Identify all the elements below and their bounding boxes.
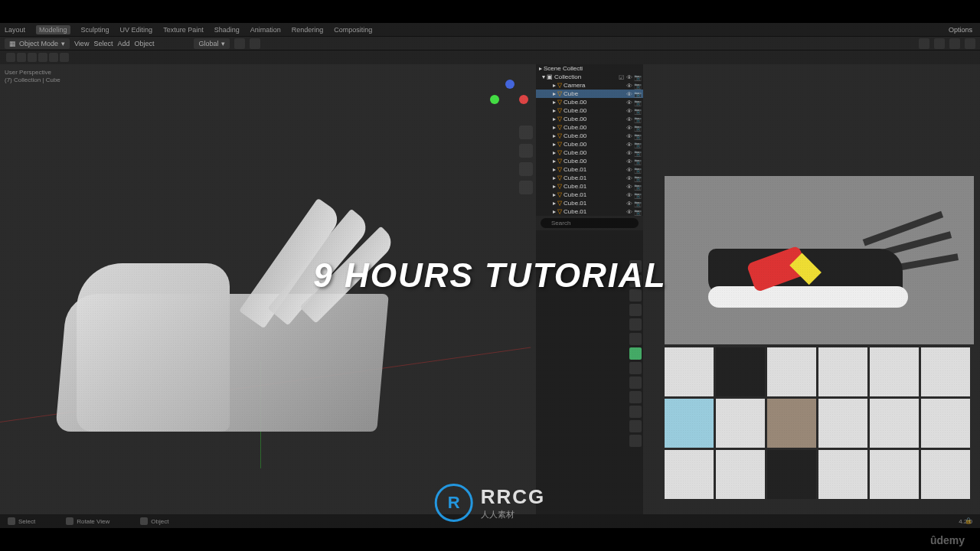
shading-icon[interactable] [965, 38, 975, 49]
scene-props-icon[interactable] [629, 304, 642, 316]
cam-icon[interactable]: 📷 [634, 192, 640, 198]
eye-icon[interactable]: 👁 [626, 108, 632, 114]
cam-icon[interactable]: 📷 [634, 99, 640, 106]
thumbnail[interactable] [921, 450, 970, 499]
eye-icon[interactable]: 👁 [626, 184, 632, 190]
pan-icon[interactable] [519, 144, 533, 158]
cam-icon[interactable]: 📷 [634, 175, 640, 181]
thumbnail[interactable] [818, 450, 867, 499]
outliner-item-row[interactable]: ▸▽Cube👁📷 [536, 90, 643, 98]
workspace-tab[interactable]: Modeling [36, 25, 70, 34]
3d-model[interactable] [61, 187, 459, 478]
eye-icon[interactable]: 👁 [626, 158, 632, 165]
camera-icon[interactable] [519, 162, 533, 176]
outliner-item-row[interactable]: ▸▽Cube.01👁📷 [536, 165, 643, 174]
menu-select[interactable]: Select [93, 40, 113, 47]
outliner-item-row[interactable]: ▸▽Cube.01👁📷 [536, 207, 643, 216]
tool-icon[interactable] [60, 53, 69, 62]
eye-icon[interactable]: 👁 [626, 99, 632, 106]
eye-icon[interactable]: 👁 [626, 83, 632, 89]
eye-icon[interactable]: 👁 [626, 133, 632, 139]
gizmo-y-axis[interactable] [490, 95, 499, 104]
workspace-tab[interactable]: Compositing [334, 26, 372, 34]
tool-icon[interactable] [6, 53, 15, 62]
menu-view[interactable]: View [74, 40, 89, 47]
material-props-icon[interactable] [629, 420, 642, 432]
eye-icon[interactable]: 👁 [626, 175, 632, 181]
eye-icon[interactable]: 👁 [626, 142, 632, 148]
orientation-dropdown[interactable]: Global ▾ [194, 38, 230, 49]
mode-dropdown[interactable]: ▦ Object Mode ▾ [5, 38, 70, 49]
eye-icon[interactable]: 👁 [626, 150, 632, 156]
shading-icon[interactable] [949, 38, 960, 49]
constraint-props-icon[interactable] [629, 391, 642, 403]
thumbnail[interactable] [665, 450, 714, 499]
outliner-item-row[interactable]: ▸▽Camera👁📷 [536, 81, 643, 90]
snap-icon[interactable] [234, 38, 245, 49]
cam-icon[interactable]: 📷 [634, 133, 640, 139]
outliner-item-row[interactable]: ▸▽Cube.00👁📷 [536, 157, 643, 165]
search-input[interactable] [541, 218, 639, 228]
texture-props-icon[interactable] [629, 435, 642, 447]
outliner-item-row[interactable]: ▸▽Cube.01👁📷 [536, 199, 643, 207]
outliner-item-row[interactable]: ▸▽Cube.00👁📷 [536, 115, 643, 123]
outliner-item-row[interactable]: ▸▽Cube.01👁📷 [536, 182, 643, 191]
object-props-icon[interactable] [629, 333, 642, 345]
workspace-tab[interactable]: Sculpting [81, 26, 109, 34]
world-props-icon[interactable] [629, 318, 642, 331]
eye-icon[interactable]: 👁 [626, 125, 632, 131]
outliner-item-row[interactable]: ▸▽Cube.00👁📷 [536, 123, 643, 132]
workspace-tab[interactable]: Rendering [292, 26, 324, 34]
outliner-item-row[interactable]: ▸▽Cube.01👁📷 [536, 191, 643, 199]
cam-icon[interactable]: 📷 [634, 201, 640, 207]
tool-icon[interactable] [38, 53, 47, 62]
cam-icon[interactable]: 📷 [634, 150, 640, 156]
proportional-icon[interactable] [250, 38, 260, 49]
eye-icon[interactable]: 👁 [626, 167, 632, 173]
outliner-scene-row[interactable]: ▸ Scene Collecti [536, 64, 643, 73]
outliner-item-row[interactable]: ▸▽Cube.00👁📷 [536, 140, 643, 148]
menu-add[interactable]: Add [117, 40, 129, 47]
outliner-item-row[interactable]: ▸▽Cube.00👁📷 [536, 148, 643, 157]
eye-icon[interactable]: 👁 [626, 209, 632, 215]
gizmo-z-axis[interactable] [505, 80, 514, 89]
reference-main-image[interactable] [665, 176, 974, 344]
cam-icon[interactable]: 📷 [634, 125, 640, 131]
navigation-gizmo[interactable] [490, 80, 528, 118]
cam-icon[interactable]: 📷 [634, 167, 640, 173]
workspace-tab[interactable]: Shading [214, 26, 240, 34]
thumbnail[interactable] [716, 399, 765, 448]
tool-icon[interactable] [17, 53, 26, 62]
thumbnail[interactable] [665, 399, 714, 448]
workspace-tab[interactable]: UV Editing [120, 26, 153, 34]
options-dropdown[interactable]: Options [949, 26, 972, 34]
thumbnail[interactable] [767, 347, 816, 396]
thumbnail[interactable] [870, 347, 919, 396]
cam-icon[interactable]: 📷 [634, 108, 640, 114]
cam-icon[interactable]: 📷 [634, 116, 640, 122]
thumbnail[interactable] [818, 399, 867, 448]
menu-object[interactable]: Object [134, 40, 154, 47]
zoom-icon[interactable] [519, 126, 533, 139]
physics-props-icon[interactable] [629, 377, 642, 389]
gizmo-x-axis[interactable] [519, 95, 528, 104]
workspace-tab[interactable]: Layout [5, 26, 25, 34]
thumbnail[interactable] [716, 450, 765, 499]
workspace-tab[interactable]: Animation [250, 26, 281, 34]
thumbnail[interactable] [870, 450, 919, 499]
thumbnail[interactable] [716, 347, 765, 396]
tool-icon[interactable] [28, 53, 37, 62]
eye-icon[interactable]: 👁 [626, 192, 632, 198]
cam-icon[interactable]: 📷 [634, 91, 640, 97]
cam-icon[interactable]: 📷 [634, 142, 640, 148]
cam-icon[interactable]: 📷 [634, 83, 640, 89]
eye-icon[interactable]: 👁 [626, 91, 632, 97]
thumbnail[interactable] [665, 347, 714, 396]
workspace-tab[interactable]: Texture Paint [163, 26, 204, 34]
data-props-icon[interactable] [629, 406, 642, 418]
outliner-item-row[interactable]: ▸▽Cube.00👁📷 [536, 98, 643, 106]
thumbnail[interactable] [767, 450, 816, 499]
shading-icon[interactable] [934, 38, 945, 49]
outliner-collection-row[interactable]: ▾ ▣ Collection ☑👁📷 [536, 73, 643, 81]
tool-icon[interactable] [49, 53, 58, 62]
